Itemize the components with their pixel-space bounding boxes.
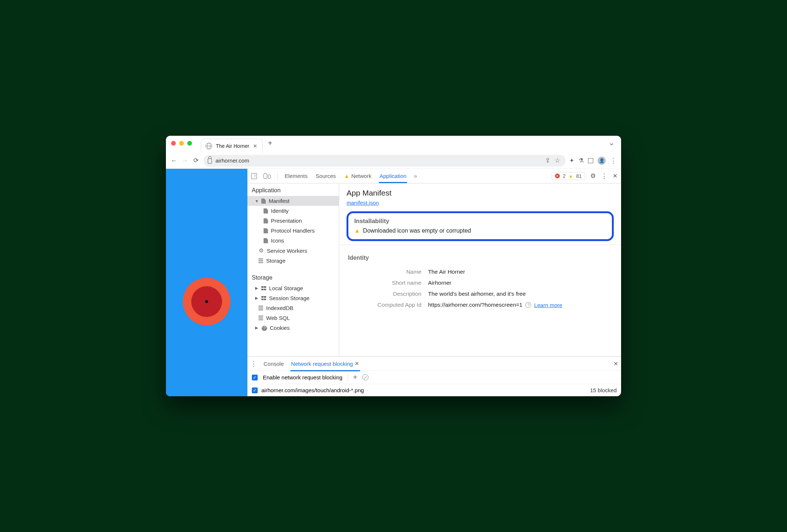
manifest-link[interactable]: manifest.json (347, 200, 379, 206)
airhorn-center (205, 300, 208, 303)
close-window-icon[interactable] (171, 141, 176, 146)
gear-icon: ⚙ (258, 247, 264, 254)
tab-elements[interactable]: Elements (284, 169, 309, 183)
block-pattern-row[interactable]: ✓ airhorner.com/images/touch/android-*.p… (247, 384, 621, 396)
profile-icon[interactable]: 👤 (598, 157, 606, 165)
zoom-window-icon[interactable] (187, 141, 192, 146)
chrome-menu-icon[interactable] (610, 157, 617, 165)
airhorn-button[interactable] (183, 278, 231, 325)
titlebar: The Air Horner ✕ + (166, 136, 621, 153)
close-devtools-icon[interactable]: ✕ (613, 172, 617, 179)
sidebar-item-indexeddb[interactable]: IndexedDB (247, 303, 339, 313)
grid-icon (261, 286, 266, 290)
tab-network[interactable]: ▲ Network (343, 169, 372, 183)
pattern-text: airhorner.com/images/touch/android-*.png (261, 387, 364, 393)
drawer-menu-icon[interactable] (250, 360, 257, 368)
manifest-details: App Manifest manifest.json Installabilit… (339, 183, 621, 356)
labs-icon[interactable] (579, 157, 584, 164)
url-text: airhorner.com (215, 157, 249, 164)
share-icon[interactable]: ⇪ (544, 157, 552, 164)
blocked-count: 15 blocked (590, 387, 617, 393)
help-icon[interactable]: ? (525, 302, 531, 308)
sidebar-item-icons[interactable]: Icons (264, 236, 339, 245)
row-short-name: Short name Airhorner (347, 277, 614, 288)
globe-icon (206, 143, 212, 149)
row-name: Name The Air Horner (347, 266, 614, 277)
devtools: Elements Sources ▲ Network Application »… (247, 169, 621, 396)
extensions-icon[interactable] (569, 157, 574, 164)
tab-sources[interactable]: Sources (315, 169, 337, 183)
url-bar: ← → ⟳ airhorner.com ⇪ ☆ 👤 (166, 153, 621, 169)
installability-heading: Installability (354, 218, 606, 225)
sidebar-item-manifest[interactable]: ▼ Manifest (247, 196, 339, 206)
omnibox[interactable]: airhorner.com ⇪ ☆ (203, 155, 566, 167)
error-icon: ✕ (555, 174, 560, 178)
close-drawer-tab-icon[interactable]: ✕ (355, 360, 359, 367)
device-toggle-icon[interactable] (264, 174, 271, 179)
issues-badge[interactable]: ✕ 2 ▲ 81 (552, 172, 585, 180)
new-tab-button[interactable]: + (268, 139, 272, 147)
sidebar-item-cookies[interactable]: ▶Cookies (247, 323, 339, 333)
divider (339, 245, 621, 245)
sidebar-item-identity[interactable]: Identity (264, 206, 339, 216)
identity-heading: Identity (348, 255, 612, 261)
learn-more-link[interactable]: Learn more (534, 302, 562, 308)
clear-patterns-icon[interactable] (362, 374, 369, 380)
bookmark-icon[interactable]: ☆ (553, 157, 561, 164)
tabs-dropdown-icon[interactable] (609, 141, 614, 148)
traffic-lights (171, 141, 192, 146)
add-pattern-button[interactable]: + (353, 373, 358, 382)
warning-icon: ▲ (344, 173, 349, 179)
tab-title: The Air Horner (216, 143, 249, 149)
browser-tab[interactable]: The Air Horner ✕ (201, 139, 263, 153)
forward-button[interactable]: → (181, 157, 189, 164)
sidebar-item-presentation[interactable]: Presentation (264, 216, 339, 226)
installability-card: Installability ▲ Downloaded icon was emp… (347, 211, 614, 241)
lock-icon (208, 158, 212, 164)
enable-blocking-label: Enable network request blocking (263, 374, 342, 380)
minimize-window-icon[interactable] (179, 141, 184, 146)
devtools-menu-icon[interactable] (601, 172, 608, 180)
database-icon (258, 306, 263, 311)
more-tabs-icon[interactable]: » (414, 173, 417, 179)
sidebar-heading-application: Application (247, 183, 339, 196)
file-icon (264, 218, 268, 223)
sidebar-item-storage[interactable]: Storage (247, 256, 339, 266)
page-content (166, 169, 247, 396)
sidebar-item-session-storage[interactable]: ▶Session Storage (247, 293, 339, 303)
drawer-tabstrip: Console Network request blocking ✕ ✕ (247, 357, 621, 371)
tab-application[interactable]: Application (379, 169, 407, 183)
chevron-right-icon: ▶ (255, 296, 258, 300)
separator (348, 374, 348, 381)
chevron-right-icon: ▶ (255, 286, 258, 291)
reload-button[interactable]: ⟳ (192, 157, 200, 164)
sidebar-item-local-storage[interactable]: ▶Local Storage (247, 283, 339, 293)
settings-icon[interactable]: ⚙ (590, 172, 596, 180)
inspect-icon[interactable] (251, 173, 257, 179)
browser-window: The Air Horner ✕ + ← → ⟳ airhorner.com ⇪… (166, 136, 621, 396)
back-button[interactable]: ← (170, 157, 178, 164)
enable-blocking-checkbox[interactable]: ✓ (252, 375, 258, 380)
sidebar-item-service-workers[interactable]: ⚙Service Workers (247, 245, 339, 256)
warning-icon: ▲ (354, 227, 360, 234)
cookie-icon (261, 325, 267, 331)
drawer-tab-nrb[interactable]: Network request blocking ✕ (290, 357, 360, 371)
drawer-tab-console[interactable]: Console (263, 357, 284, 371)
grid-icon (261, 296, 266, 300)
close-drawer-icon[interactable]: ✕ (613, 360, 618, 367)
page-title: App Manifest (347, 189, 614, 197)
chevron-down-icon: ▼ (255, 199, 258, 203)
devtools-tabstrip: Elements Sources ▲ Network Application »… (247, 169, 621, 183)
nrb-toolbar: ✓ Enable network request blocking + (247, 371, 621, 384)
close-tab-icon[interactable]: ✕ (253, 143, 257, 149)
row-app-id: Computed App Id https://airhorner.com/?h… (347, 299, 614, 310)
sidebar-item-protocol-handlers[interactable]: Protocol Handlers (264, 226, 339, 236)
warning-icon: ▲ (569, 173, 573, 179)
sidebar-item-websql[interactable]: Web SQL (247, 313, 339, 323)
row-description: Description The world's best airhorner, … (347, 288, 614, 299)
pattern-checkbox[interactable]: ✓ (252, 387, 258, 393)
installability-message: Downloaded icon was empty or corrupted (363, 227, 471, 234)
sidepanel-icon[interactable] (588, 158, 593, 163)
separator (277, 172, 278, 180)
application-sidebar: Application ▼ Manifest Identity Presenta… (247, 183, 339, 356)
